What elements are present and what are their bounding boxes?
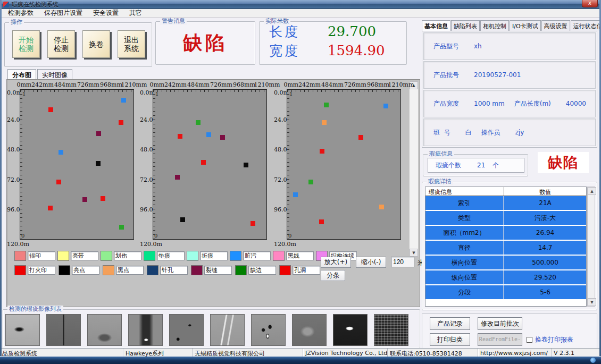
zero-label: 0 xyxy=(21,233,24,239)
scroll-down-icon[interactable]: ▼ xyxy=(588,298,596,306)
status-segment: Hawkeye系列 xyxy=(123,349,193,357)
menu-item[interactable]: 检测参数 xyxy=(3,9,38,18)
defect-point[interactable] xyxy=(324,103,329,107)
close-button[interactable]: x xyxy=(582,0,598,7)
defect-point[interactable] xyxy=(48,206,53,210)
operation-buttons: 开始 检测停止 检测换卷退出 系统 xyxy=(5,23,152,58)
panel-index-label: 1 xyxy=(289,91,293,97)
meter-row: 宽度1594.90 xyxy=(260,41,406,60)
defect-point[interactable] xyxy=(119,120,123,125)
defect-point[interactable] xyxy=(82,197,87,202)
defect-point[interactable] xyxy=(293,192,298,197)
product-record-button[interactable]: 产品记录 xyxy=(430,317,470,330)
warning-group: 警告消息 缺陷 xyxy=(155,21,255,65)
defect-point[interactable] xyxy=(201,160,206,165)
defect-point[interactable] xyxy=(178,134,182,139)
defect-point[interactable] xyxy=(308,180,313,184)
defect-thumbnail[interactable] xyxy=(210,314,245,346)
plot-area[interactable]: 10 xyxy=(287,89,401,240)
defect-thumbnail[interactable] xyxy=(251,314,286,346)
defect-point[interactable] xyxy=(101,196,105,201)
tab-运行状态信息[interactable]: 运行状态信息 xyxy=(571,20,601,31)
tab-I/O卡测试[interactable]: I/O卡测试 xyxy=(510,20,541,31)
defect-thumbnail[interactable] xyxy=(87,314,122,346)
zoom-out-button[interactable]: 缩小(-) xyxy=(356,257,386,268)
x-tick-label: 968mm xyxy=(100,81,122,88)
defect-thumbnail[interactable] xyxy=(5,314,40,346)
menu-item[interactable]: 安全设置 xyxy=(88,9,123,18)
checkbox-icon[interactable] xyxy=(527,337,532,343)
detail-table-row[interactable]: 索引21A xyxy=(425,196,586,211)
defect-thumbnail[interactable] xyxy=(333,314,368,346)
defect-point[interactable] xyxy=(180,217,185,222)
legend-item: 打火印 xyxy=(14,263,59,277)
defect-point[interactable] xyxy=(96,161,101,166)
op-button[interactable]: 开始 检测 xyxy=(12,30,40,58)
defect-point[interactable] xyxy=(319,219,324,224)
x-tick-label: 726mm xyxy=(344,81,366,88)
defect-thumbnail[interactable] xyxy=(374,314,408,346)
defect-point[interactable] xyxy=(119,225,124,230)
op-button[interactable]: 换卷 xyxy=(82,30,110,58)
print-classify-button[interactable]: 打印归类 xyxy=(430,333,470,346)
defect-thumbnail[interactable] xyxy=(46,314,81,346)
detail-scrollbar[interactable]: ▲ ▼ xyxy=(587,187,595,307)
zoom-in-button[interactable]: 放大(+) xyxy=(321,257,351,268)
tray-icon[interactable] xyxy=(590,358,596,363)
split-button[interactable]: 分条 xyxy=(321,270,345,281)
defect-point[interactable] xyxy=(358,135,363,140)
tab-相机控制[interactable]: 相机控制 xyxy=(480,20,509,31)
scroll-down-icon[interactable]: ▼ xyxy=(410,249,418,257)
x-tick-label: 726mm xyxy=(210,81,232,88)
defect-detail-group: 瑕疵详情 瑕疵信息 数值 索引21A类型污渍-大面积（mm2）26.94直径14… xyxy=(422,182,597,310)
defect-thumbnail[interactable] xyxy=(292,314,327,346)
windows-taskbar[interactable] xyxy=(0,357,601,364)
defect-point[interactable] xyxy=(379,205,384,209)
defect-point[interactable] xyxy=(244,163,248,167)
x-tick-label: 968mm xyxy=(367,81,389,88)
print-report-checkbox[interactable]: 换卷打印报表 xyxy=(527,335,573,344)
defect-point[interactable] xyxy=(206,132,211,137)
op-button[interactable]: 停止 检测 xyxy=(47,30,75,58)
detail-table-row[interactable]: 类型污渍-大 xyxy=(425,211,586,226)
menu-item[interactable]: 保存图片设置 xyxy=(39,9,87,18)
legend-item: 黑线 xyxy=(273,249,316,263)
defect-point[interactable] xyxy=(320,149,324,154)
length-input[interactable] xyxy=(391,257,414,267)
tab-基本信息[interactable]: 基本信息 xyxy=(422,20,450,31)
defect-point[interactable] xyxy=(175,175,180,180)
detail-table-row[interactable]: 横向位置500.000 xyxy=(425,256,586,270)
defect-point[interactable] xyxy=(251,221,255,226)
detail-table-row[interactable]: 纵向位置29.520 xyxy=(425,270,586,285)
defect-point[interactable] xyxy=(383,104,388,108)
menu-item[interactable]: 其它 xyxy=(124,9,147,18)
defect-point[interactable] xyxy=(56,180,61,184)
defect-point[interactable] xyxy=(59,150,63,155)
detail-table-row[interactable]: 直径14.7 xyxy=(425,241,586,256)
defect-point[interactable] xyxy=(96,131,101,136)
status-segment: JZVision Technology Co., Ltd. xyxy=(303,349,388,357)
view-tab-实时图像[interactable]: 实时图像 xyxy=(37,69,72,79)
defect-point[interactable] xyxy=(48,107,53,112)
defect-point[interactable] xyxy=(220,135,225,140)
view-tab-分布图[interactable]: 分布图 xyxy=(7,69,36,79)
tab-缺陷列表[interactable]: 缺陷列表 xyxy=(451,20,480,31)
plot-area[interactable]: 10 xyxy=(20,89,134,240)
defect-point[interactable] xyxy=(121,98,126,103)
defect-thumbnails xyxy=(3,310,420,346)
meters-group: 实际米数 长度29.700宽度1594.90 xyxy=(259,21,407,65)
defect-thumbnail[interactable] xyxy=(169,314,204,346)
plot-vertical-scrollbar[interactable]: ▲ ▼ xyxy=(409,81,419,257)
modify-batch-button[interactable]: 修改目前批次 xyxy=(478,317,522,330)
defect-point[interactable] xyxy=(322,120,327,125)
scroll-up-icon[interactable]: ▲ xyxy=(588,187,596,195)
product-info-row: 产品批号20190527-001 xyxy=(423,61,596,89)
plot-area[interactable]: 10 xyxy=(153,89,267,240)
detail-table-row[interactable]: 分段5-6 xyxy=(425,285,586,300)
legend-swatch xyxy=(187,251,198,261)
detail-table-row[interactable]: 面积（mm2）26.94 xyxy=(425,226,586,241)
defect-point[interactable] xyxy=(196,120,201,125)
tab-高级设置[interactable]: 高级设置 xyxy=(541,20,570,31)
defect-thumbnail[interactable] xyxy=(128,314,163,346)
op-button[interactable]: 退出 系统 xyxy=(118,30,145,58)
